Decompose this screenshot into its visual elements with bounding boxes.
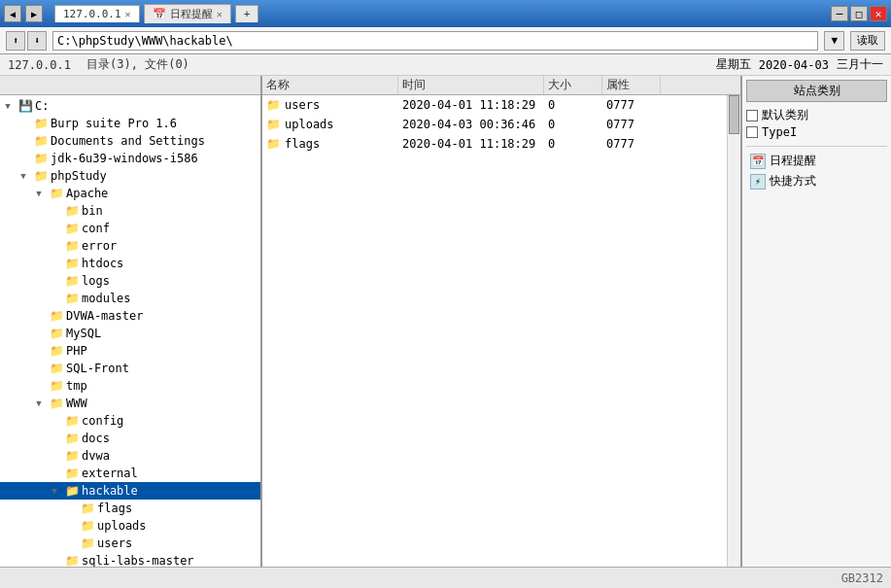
tree-item-bin[interactable]: 📁bin xyxy=(0,202,260,220)
tree-item-label: config xyxy=(82,414,123,428)
tree-item-label: DVWA-master xyxy=(66,309,143,323)
tree-item-mysql[interactable]: 📁MySQL xyxy=(0,325,260,342)
expand-icon[interactable]: ▼ xyxy=(16,168,31,184)
tree-item-label: Burp suite Pro 1.6 xyxy=(51,117,177,130)
tree-item-label: docs xyxy=(82,432,110,445)
date-label: 2020-04-03 xyxy=(759,58,829,72)
tab-calendar-label: 日程提醒 xyxy=(170,7,213,21)
file-size-cell: 0 xyxy=(548,137,606,151)
forward-button[interactable]: ▶ xyxy=(25,5,43,22)
tree-item-burp_suite_pro_1.6[interactable]: 📁Burp suite Pro 1.6 xyxy=(0,115,260,132)
read-button[interactable]: 读取 xyxy=(850,31,885,51)
tree-item-label: Documents and Settings xyxy=(51,134,205,148)
folder-icon: 📁 xyxy=(49,187,64,200)
tree-item-sql-front[interactable]: 📁SQL-Front xyxy=(0,360,260,377)
expand-icon[interactable]: ▼ xyxy=(31,396,47,411)
folder-icon: 📁 xyxy=(49,379,64,393)
right-panel-item-calendar[interactable]: 📅 日程提醒 xyxy=(746,151,887,171)
tab-calendar-close[interactable]: ✕ xyxy=(217,9,223,19)
right-panel-item-shortcut[interactable]: ⚡ 快捷方式 xyxy=(746,171,887,191)
tree-item-htdocs[interactable]: 📁htdocs xyxy=(0,255,260,272)
host-label: 127.0.0.1 xyxy=(8,58,71,72)
drive-icon: 💾 xyxy=(17,99,33,113)
tree-item-documents_and_settings[interactable]: 📁Documents and Settings xyxy=(0,132,260,150)
address-bar: ⬆ ⬇ ▼ 读取 xyxy=(0,27,891,54)
col-header-attr[interactable]: 属性 xyxy=(602,76,661,94)
address-input[interactable] xyxy=(52,31,818,51)
expand-icon[interactable]: ▼ xyxy=(0,98,16,114)
tree-item-www[interactable]: ▼📁WWW xyxy=(0,395,260,412)
file-name-label: users xyxy=(285,98,320,112)
close-button[interactable]: ✕ xyxy=(870,6,887,21)
file-row-users[interactable]: 📁 users 2020-04-01 11:18:29 0 0777 xyxy=(262,95,740,115)
tree-item-jdk-6u39-windows-i586[interactable]: 📁jdk-6u39-windows-i586 xyxy=(0,150,260,167)
checkbox-default[interactable] xyxy=(746,110,758,121)
folder-icon: 📁 xyxy=(64,257,80,270)
tab-calendar[interactable]: 📅 日程提醒 ✕ xyxy=(144,4,231,23)
lunar-label: 三月十一 xyxy=(837,56,883,73)
right-panel-title: 站点类别 xyxy=(746,80,887,102)
file-name-cell: 📁 users xyxy=(266,98,402,112)
tree-item-conf[interactable]: 📁conf xyxy=(0,220,260,237)
file-scroll-thumb[interactable] xyxy=(729,95,739,134)
file-row-uploads[interactable]: 📁 uploads 2020-04-03 00:36:46 0 0777 xyxy=(262,115,740,134)
tree-item-apache[interactable]: ▼📁Apache xyxy=(0,185,260,202)
tree-item-hackable[interactable]: ▼📁hackable xyxy=(0,482,260,500)
tree-item-logs[interactable]: 📁logs xyxy=(0,272,260,290)
file-time-cell: 2020-04-01 11:18:29 xyxy=(402,98,548,112)
weekday-label: 星期五 xyxy=(716,56,751,73)
tree-column-header xyxy=(0,76,260,95)
download-button[interactable]: ⬇ xyxy=(27,31,47,51)
col-header-name[interactable]: 名称 xyxy=(262,76,398,94)
right-panel-icons: 📅 日程提醒 ⚡ 快捷方式 xyxy=(746,151,887,191)
expand-icon[interactable]: ▼ xyxy=(47,483,62,499)
info-bar: 127.0.0.1 目录(3), 文件(0) 星期五 2020-04-03 三月… xyxy=(0,54,891,76)
tree-item-label: SQL-Front xyxy=(66,362,129,375)
folder-icon: 📁 xyxy=(33,169,49,183)
tree-item-docs[interactable]: 📁docs xyxy=(0,430,260,447)
right-panel: 站点类别 默认类别 TypeI 📅 日程提醒 ⚡ 快捷方式 xyxy=(740,76,891,567)
folder-icon: 📁 xyxy=(33,152,49,165)
tree-item-modules[interactable]: 📁modules xyxy=(0,290,260,307)
checkbox-type1[interactable] xyxy=(746,126,758,138)
maximize-button[interactable]: □ xyxy=(850,6,868,21)
minimize-button[interactable]: ─ xyxy=(831,6,848,21)
tab-add[interactable]: + xyxy=(235,5,259,22)
tree-item-dvwa-master[interactable]: 📁DVWA-master xyxy=(0,307,260,325)
folder-icon: 📁 xyxy=(80,519,95,533)
shortcut-panel-label: 快捷方式 xyxy=(770,173,816,190)
expand-icon[interactable]: ▼ xyxy=(31,186,47,201)
tree-item-label: modules xyxy=(82,292,131,305)
tree-item-phpstudy[interactable]: ▼📁phpStudy xyxy=(0,167,260,185)
right-panel-checkboxes: 默认类别 TypeI xyxy=(746,106,887,140)
tree-item-tmp[interactable]: 📁tmp xyxy=(0,377,260,395)
tab-ftp-close[interactable]: ✕ xyxy=(125,9,131,19)
tree-item-error[interactable]: 📁error xyxy=(0,237,260,255)
tree-item-flags[interactable]: 📁flags xyxy=(0,500,260,517)
folder-icon: 📁 xyxy=(64,484,80,498)
tree-item-php[interactable]: 📁PHP xyxy=(0,342,260,360)
tree-item-sqli-labs-master[interactable]: 📁sqli-labs-master xyxy=(0,552,260,567)
folder-icon: 📁 xyxy=(64,432,80,445)
dropdown-button[interactable]: ▼ xyxy=(824,31,844,51)
folder-icon: 📁 xyxy=(33,134,49,148)
tree-item-uploads[interactable]: 📁uploads xyxy=(0,517,260,535)
upload-button[interactable]: ⬆ xyxy=(6,31,25,51)
back-button[interactable]: ◀ xyxy=(4,5,21,22)
col-header-time[interactable]: 时间 xyxy=(398,76,544,94)
tree-item-label: hackable xyxy=(82,484,138,498)
tree-item-c:[interactable]: ▼💾C: xyxy=(0,97,260,115)
date-info: 星期五 2020-04-03 三月十一 xyxy=(716,56,883,73)
file-row-flags[interactable]: 📁 flags 2020-04-01 11:18:29 0 0777 xyxy=(262,134,740,154)
folder-icon: 📁 xyxy=(64,449,80,463)
folder-icon: 📁 xyxy=(49,344,64,358)
file-scrollbar[interactable] xyxy=(727,95,740,567)
tree-item-users[interactable]: 📁users xyxy=(0,535,260,552)
file-column-headers: 名称 时间 大小 属性 xyxy=(262,76,740,95)
col-header-size[interactable]: 大小 xyxy=(544,76,602,94)
tab-ftp[interactable]: 127.0.0.1 ✕ xyxy=(54,5,140,22)
tree-item-config[interactable]: 📁config xyxy=(0,412,260,430)
tree-item-dvwa[interactable]: 📁dvwa xyxy=(0,447,260,465)
tree-item-external[interactable]: 📁external xyxy=(0,465,260,482)
tree-item-label: htdocs xyxy=(82,257,123,270)
